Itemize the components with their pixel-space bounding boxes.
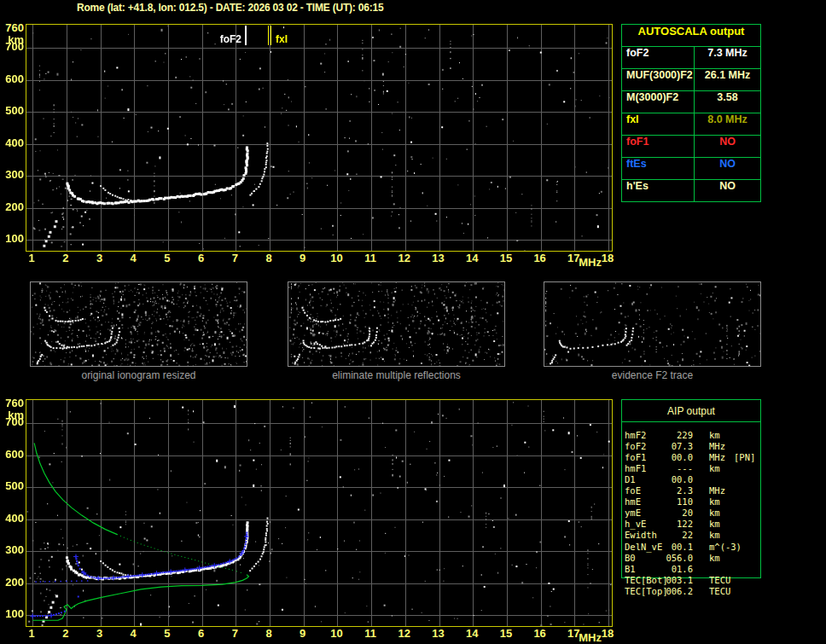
y-tick-label: 300: [1, 169, 24, 181]
y-tick-label: 100: [1, 233, 24, 245]
thumbnail-canvas-2: [288, 282, 504, 366]
autoscala-table-header: AUTOSCALA output: [622, 25, 760, 47]
aip-row-value: 07.3: [635, 441, 693, 451]
aip-row-unit: TECU: [709, 586, 730, 596]
x-tick-label: 1: [22, 252, 41, 264]
thumbnail-canvas-1: [31, 282, 247, 366]
aip-row-unit: km: [709, 553, 720, 563]
aip-row: foE2.3MHz: [621, 485, 766, 496]
thumbnail-caption-3: evidence F2 trace: [544, 369, 761, 381]
x-tick-label: 12: [395, 252, 414, 264]
aip-row-value: 003.1: [635, 575, 693, 585]
aip-row-unit: MHz: [709, 485, 725, 496]
km-unit-label: km: [1, 409, 24, 421]
thumbnail-panel-1: [30, 281, 247, 367]
aip-row-value: 00.0: [635, 474, 693, 484]
aip-row-unit: MHz: [709, 441, 725, 451]
aip-row-extra: [PN]: [734, 452, 755, 462]
bottom-ionogram-plot: [26, 399, 613, 627]
y-tick-label: 600: [1, 73, 24, 85]
aip-row-unit: km: [709, 430, 720, 440]
aip-row-value: 00.1: [635, 542, 693, 552]
x-tick-label: 16: [531, 628, 550, 640]
aip-table-header: AIP output: [621, 405, 761, 417]
x-tick-label: 9: [294, 252, 312, 264]
autoscala-row-label: h'Es: [622, 180, 694, 201]
aip-row-value: 22: [635, 530, 693, 540]
mhz-unit-label: MHz: [579, 631, 602, 644]
x-tick-label: 6: [192, 252, 211, 264]
autoscala-row-label: MUF(3000)F2: [622, 69, 694, 91]
x-tick-label: 2: [56, 628, 75, 640]
aip-row-unit: km: [709, 463, 720, 473]
aip-row: B0056.0km: [621, 553, 766, 564]
x-tick-label: 14: [462, 252, 481, 264]
x-tick-label: 6: [192, 628, 211, 640]
page-title: Rome (lat: +41.8, lon: 012.5) - DATE: 20…: [77, 2, 384, 14]
thumbnail-caption-2: eliminate multiple reflections: [288, 369, 505, 381]
aip-row-unit: km: [709, 530, 720, 540]
x-tick-label: 16: [531, 252, 550, 264]
x-tick-label: 4: [124, 252, 143, 264]
autoscala-row-value: NO: [694, 158, 760, 180]
aip-row: D100.0: [621, 474, 766, 485]
thumbnail-caption-1: original ionogram resized: [30, 369, 247, 381]
x-tick-label: 15: [497, 628, 515, 640]
aip-row-value: 2.3: [635, 485, 693, 496]
aip-row: DelN_vE00.1m^(-3): [621, 542, 766, 553]
y-tick-label: 600: [1, 449, 24, 461]
aip-header-separator: [621, 421, 761, 422]
aip-row-value: ---: [635, 463, 693, 473]
x-tick-label: 8: [259, 628, 278, 640]
x-tick-label: 13: [429, 628, 448, 640]
autoscala-output-table: AUTOSCALA output foF27.3 MHzMUF(3000)F22…: [621, 24, 761, 202]
aip-row-unit: km: [709, 508, 720, 518]
y-tick-label: 200: [1, 201, 24, 213]
aip-row: foF207.3MHz: [621, 441, 766, 452]
x-tick-label: 5: [158, 628, 177, 640]
aip-row: Ewidth22km: [621, 530, 766, 541]
autoscala-row-value: 26.1 MHz: [694, 69, 760, 91]
aip-row-unit: TECU: [709, 575, 730, 585]
x-tick-label: 2: [56, 252, 75, 264]
aip-row: ymE20km: [621, 508, 766, 519]
aip-row: TEC[Top]006.2TECU: [621, 586, 766, 597]
y-tick-label: 200: [1, 577, 24, 589]
x-tick-label: 10: [327, 628, 346, 640]
x-tick-label: 11: [361, 628, 380, 640]
aip-row-label: B0: [625, 553, 636, 563]
x-tick-label: 8: [259, 252, 278, 264]
mhz-unit-label: MHz: [579, 256, 602, 269]
thumbnail-panel-2: [288, 281, 505, 367]
y-tick-label: 760: [1, 22, 24, 34]
y-tick-label: 400: [1, 513, 24, 525]
aip-row-value: 056.0: [635, 553, 693, 563]
aip-row: hmE110km: [621, 496, 766, 508]
autoscala-row-value: 8.0 MHz: [694, 113, 760, 136]
aip-row-value: 01.6: [635, 564, 693, 574]
autoscala-row-value: NO: [694, 180, 760, 201]
thumbnail-panel-3: [544, 281, 761, 367]
aip-row-value: 00.0: [635, 452, 693, 462]
aip-row: h_vE122km: [621, 519, 766, 530]
x-tick-label: 14: [462, 628, 481, 640]
x-tick-label: 10: [327, 252, 346, 264]
aip-row-unit: km: [709, 519, 720, 529]
y-tick-label: 500: [1, 480, 24, 492]
autoscala-row-value: 3.58: [694, 91, 760, 113]
autoscala-row-label: M(3000)F2: [622, 91, 694, 113]
autoscala-row-label: foF2: [622, 47, 694, 69]
x-tick-label: 5: [158, 252, 177, 264]
x-tick-label: 13: [429, 252, 448, 264]
aip-row-value: 20: [635, 508, 693, 518]
aip-row-unit: m^(-3): [709, 542, 742, 552]
autoscala-row-value: NO: [694, 136, 760, 158]
aip-row: foF100.0MHz[PN]: [621, 452, 766, 463]
autoscala-row-label: fxI: [622, 113, 694, 136]
aip-row-unit: MHz: [709, 452, 725, 462]
aip-row-value: 229: [635, 430, 693, 440]
y-tick-label: 500: [1, 105, 24, 117]
aip-row: B101.6: [621, 564, 766, 575]
aip-row-value: 006.2: [635, 586, 693, 596]
top-ionogram-plot: [26, 24, 613, 252]
